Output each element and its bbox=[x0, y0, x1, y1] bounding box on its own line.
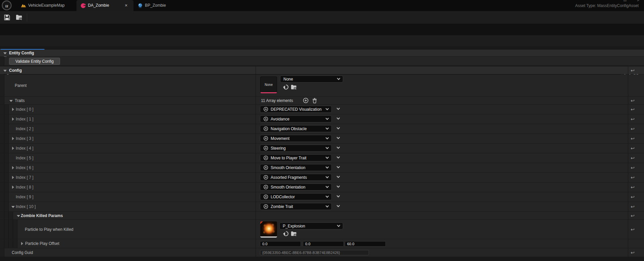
use-selected-asset-icon[interactable] bbox=[283, 84, 289, 90]
window-control-icon[interactable]: ⌐ bbox=[637, 0, 639, 2]
asset-thumbnail[interactable]: None bbox=[260, 76, 277, 93]
expander-chevron-icon[interactable] bbox=[337, 116, 340, 120]
reset-to-default-icon[interactable]: ↩ bbox=[630, 175, 635, 180]
expander-chevron-icon[interactable] bbox=[337, 107, 340, 110]
trait-icon bbox=[263, 155, 268, 160]
validate-entity-config-button[interactable]: Validate Entity Config bbox=[9, 58, 60, 65]
index-label: Index [ 1 ] bbox=[16, 117, 34, 121]
struct-label: Zombie Killed Params bbox=[21, 213, 63, 218]
trait-type-dropdown[interactable]: DEPRECATED Visualization bbox=[260, 106, 332, 113]
config-guid-row: Config Guid ↩ bbox=[0, 248, 644, 257]
reset-to-default-icon[interactable]: ↩ bbox=[630, 117, 635, 121]
tab-label: VehicleExampleMap bbox=[28, 0, 65, 11]
window-restore-icon[interactable]: ▭ bbox=[624, 0, 627, 2]
indent-gutter bbox=[0, 105, 9, 114]
close-icon[interactable]: × bbox=[125, 0, 127, 11]
collapse-triangle-icon[interactable] bbox=[17, 215, 20, 217]
zombie-killed-params-header[interactable]: Zombie Killed Params ↩ bbox=[0, 212, 644, 219]
reset-to-default-icon[interactable]: ↩ bbox=[630, 213, 635, 218]
browse-to-asset-icon[interactable] bbox=[15, 14, 23, 21]
index-label: Index [ 10 ] bbox=[16, 204, 36, 209]
expand-arrow-icon[interactable] bbox=[12, 166, 14, 169]
reset-to-default-icon[interactable]: ↩ bbox=[630, 195, 635, 199]
use-selected-asset-icon[interactable] bbox=[283, 231, 289, 237]
reset-to-default-icon[interactable]: ↩ bbox=[630, 185, 635, 190]
indent-gutter bbox=[0, 220, 17, 239]
browse-to-asset-icon[interactable] bbox=[290, 84, 297, 90]
trait-type-dropdown[interactable]: Zombie Trait bbox=[260, 203, 332, 210]
trait-type-dropdown[interactable]: Avoidance bbox=[260, 115, 332, 122]
entity-config-header[interactable]: Entity Config bbox=[0, 50, 644, 56]
reset-to-default-icon[interactable]: ↩ bbox=[630, 107, 635, 112]
expander-chevron-icon[interactable] bbox=[337, 185, 340, 188]
offset-y-field[interactable] bbox=[303, 241, 344, 247]
expander-chevron-icon[interactable] bbox=[337, 194, 340, 198]
expand-arrow-icon[interactable] bbox=[21, 242, 23, 245]
expand-arrow-icon[interactable] bbox=[12, 176, 14, 179]
trait-type-dropdown[interactable]: Move to Player Trait bbox=[260, 154, 332, 161]
expander-chevron-icon[interactable] bbox=[337, 155, 340, 159]
delete-elements-icon[interactable] bbox=[312, 98, 317, 103]
collapse-triangle-icon[interactable] bbox=[11, 206, 15, 208]
validate-row: Validate Entity Config bbox=[0, 57, 644, 65]
asset-tab-bar: u VehicleExampleMap DA_Zombie × bbox=[0, 0, 644, 11]
trait-row-0: Index [ 0 ] DEPRECATED Visualization ↩ bbox=[0, 105, 644, 114]
trait-type-dropdown[interactable]: Steering bbox=[260, 145, 332, 152]
traits-row[interactable]: Traits 11 Array elements ↩ bbox=[0, 97, 644, 104]
particle-asset-thumbnail[interactable] bbox=[260, 221, 277, 238]
section-title: Entity Config bbox=[9, 51, 34, 55]
toolbar-separator bbox=[27, 13, 27, 21]
reset-to-default-icon[interactable]: ↩ bbox=[630, 136, 635, 141]
trait-icon bbox=[263, 146, 268, 151]
trait-type-dropdown[interactable]: Movement bbox=[260, 135, 332, 142]
expand-arrow-icon[interactable] bbox=[12, 137, 14, 140]
add-element-icon[interactable] bbox=[303, 98, 309, 103]
expand-arrow-icon[interactable] bbox=[12, 117, 14, 121]
tab-vehicle-example-map[interactable]: VehicleExampleMap bbox=[16, 0, 76, 11]
trait-type-dropdown[interactable]: Smooth Orientation bbox=[260, 184, 332, 191]
config-header[interactable]: Config ↩ bbox=[0, 66, 644, 74]
expand-arrow-icon[interactable] bbox=[12, 108, 14, 111]
reset-to-default-icon[interactable]: ↩ bbox=[630, 156, 635, 160]
indent-gutter bbox=[0, 192, 9, 202]
offset-z-field[interactable] bbox=[345, 241, 386, 247]
collapse-triangle-icon[interactable] bbox=[9, 100, 13, 102]
expander-chevron-icon[interactable] bbox=[337, 136, 340, 139]
particle-asset-dropdown[interactable]: P_Explosion bbox=[279, 222, 343, 229]
expand-arrow-icon[interactable] bbox=[12, 186, 14, 189]
collapse-triangle-icon[interactable] bbox=[3, 70, 7, 72]
expand-arrow-icon[interactable] bbox=[12, 147, 14, 150]
reset-to-default-icon[interactable]: ↩ bbox=[630, 126, 635, 131]
expander-chevron-icon[interactable] bbox=[337, 165, 340, 168]
expander-chevron-icon[interactable] bbox=[337, 126, 340, 129]
reset-to-default-icon[interactable]: ↩ bbox=[630, 165, 635, 170]
collapse-triangle-icon[interactable] bbox=[3, 52, 7, 54]
indent-gutter bbox=[0, 134, 9, 143]
browse-to-asset-icon[interactable] bbox=[290, 231, 297, 237]
trait-icon bbox=[263, 204, 268, 209]
trait-type-dropdown[interactable]: Navigation Obstacle bbox=[260, 125, 332, 132]
trait-row-4: Index [ 4 ] Steering ↩ bbox=[0, 144, 644, 153]
indent-gutter bbox=[0, 248, 4, 257]
trait-type-dropdown[interactable]: Smooth Orientation bbox=[260, 164, 332, 171]
expander-chevron-icon[interactable] bbox=[337, 175, 340, 178]
index-label: Index [ 5 ] bbox=[16, 156, 34, 160]
reset-to-default-icon[interactable]: ↩ bbox=[630, 204, 635, 209]
expander-chevron-icon[interactable] bbox=[337, 204, 340, 207]
reset-to-default-icon[interactable]: ↩ bbox=[630, 68, 635, 73]
trait-type-dropdown[interactable]: LODCollector bbox=[260, 193, 332, 200]
reset-to-default-icon[interactable]: ↩ bbox=[630, 250, 635, 255]
reset-to-default-icon[interactable]: ↩ bbox=[630, 146, 635, 151]
parent-asset-dropdown[interactable]: None bbox=[280, 75, 343, 83]
offset-x-field[interactable] bbox=[260, 241, 301, 247]
tab-da-zombie[interactable]: DA_Zombie × bbox=[76, 0, 133, 11]
property-label: Config Guid bbox=[12, 250, 33, 255]
trait-type-dropdown[interactable]: Assorted Fragments bbox=[260, 174, 332, 181]
tab-bp-zombie[interactable]: BP_Zombie bbox=[133, 0, 187, 11]
save-icon[interactable] bbox=[4, 14, 10, 21]
expander-chevron-icon[interactable] bbox=[337, 146, 340, 149]
reset-to-default-icon[interactable]: ↩ bbox=[630, 98, 635, 103]
chevron-down-icon bbox=[326, 195, 329, 198]
reset-column-divider bbox=[628, 66, 628, 257]
reset-to-default-icon[interactable]: ↩ bbox=[630, 227, 635, 232]
